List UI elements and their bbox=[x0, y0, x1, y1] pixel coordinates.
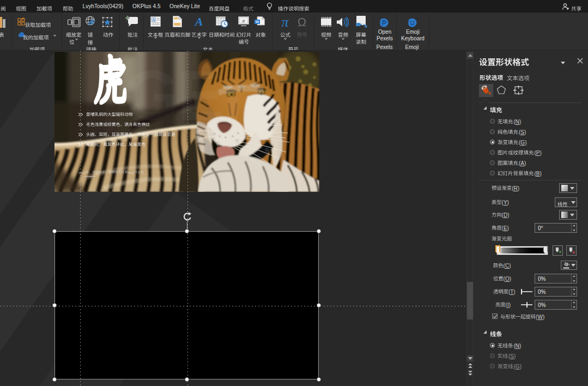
svg-text:500: 500 bbox=[128, 171, 134, 174]
svg-text:GE: GE bbox=[124, 56, 222, 135]
svg-text:Ω: Ω bbox=[298, 16, 306, 28]
svg-text:#: # bbox=[242, 19, 245, 24]
svg-text:A: A bbox=[194, 16, 203, 27]
svg-text:A: A bbox=[152, 17, 155, 22]
svg-text:π: π bbox=[281, 16, 289, 28]
